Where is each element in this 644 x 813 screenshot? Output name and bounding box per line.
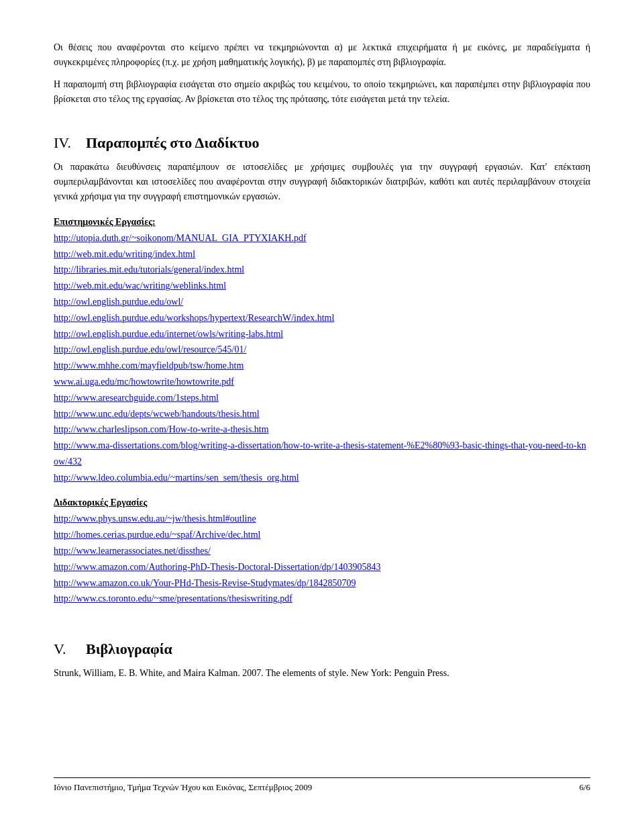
link-11[interactable]: http://www.aresearchguide.com/1steps.htm… <box>54 390 590 406</box>
section4-title: Παραπομπές στο Διαδίκτυο <box>86 134 260 152</box>
section4-body: Οι παρακάτω διευθύνσεις παραπέμπουν σε ι… <box>54 160 590 608</box>
section5-heading: V. Βιβλιογραφία <box>54 640 590 658</box>
epistimonikhes-label: Επιστημονικές Εργασίες: <box>54 217 590 228</box>
footer-left: Ιόνιο Πανεπιστήμιο, Τμήμα Τεχνών Ήχου κα… <box>54 782 312 793</box>
didaktorikes-links-list: http://www.phys.unsw.edu.au/~jw/thesis.h… <box>54 511 590 607</box>
did-link-1[interactable]: http://www.phys.unsw.edu.au/~jw/thesis.h… <box>54 511 590 527</box>
did-link-6[interactable]: http://www.cs.toronto.edu/~sme/presentat… <box>54 591 590 607</box>
page: Οι θέσεις που αναφέρονται στο κείμενο πρ… <box>0 0 644 813</box>
section5-body: Strunk, William, E. B. White, and Maira … <box>54 666 590 681</box>
link-7[interactable]: http://owl.english.purdue.edu/internet/o… <box>54 326 590 342</box>
footer-right: 6/6 <box>579 782 590 793</box>
link-8[interactable]: http://owl.english.purdue.edu/owl/resour… <box>54 342 590 358</box>
intro-paragraph-1: Οι θέσεις που αναφέρονται στο κείμενο πρ… <box>54 40 590 70</box>
did-link-3[interactable]: http://www.learnerassociates.net/dissthe… <box>54 543 590 559</box>
link-12[interactable]: http://www.unc.edu/depts/wcweb/handouts/… <box>54 406 590 422</box>
section4-heading: IV. Παραπομπές στο Διαδίκτυο <box>54 134 590 152</box>
link-5[interactable]: http://owl.english.purdue.edu/owl/ <box>54 294 590 310</box>
did-link-4[interactable]: http://www.amazon.com/Authoring-PhD-Thes… <box>54 559 590 575</box>
link-10[interactable]: www.ai.uga.edu/mc/howtowrite/howtowrite.… <box>54 374 590 390</box>
footer: Ιόνιο Πανεπιστήμιο, Τμήμα Τεχνών Ήχου κα… <box>54 777 590 793</box>
section4-paragraph1: Οι παρακάτω διευθύνσεις παραπέμπουν σε ι… <box>54 160 590 205</box>
didaktorikes-label: Διδακτορικές Εργασίες <box>54 497 590 508</box>
did-link-2[interactable]: http://homes.cerias.purdue.edu/~spaf/Arc… <box>54 527 590 543</box>
link-3[interactable]: http://libraries.mit.edu/tutorials/gener… <box>54 262 590 278</box>
link-4[interactable]: http://web.mit.edu/wac/writing/weblinks.… <box>54 278 590 294</box>
did-link-5[interactable]: http://www.amazon.co.uk/Your-PHd-Thesis-… <box>54 575 590 591</box>
section5-title: Βιβλιογραφία <box>86 640 172 658</box>
intro-paragraph-2: Η παραπομπή στη βιβλιογραφία εισάγεται σ… <box>54 77 590 107</box>
link-6[interactable]: http://owl.english.purdue.edu/workshops/… <box>54 310 590 326</box>
epistimonikhes-links-list: http://utopia.duth.gr/~soikonom/MANUAL_G… <box>54 230 590 486</box>
section5-number: V. <box>54 640 74 658</box>
link-14[interactable]: http://www.ma-dissertations.com/blog/wri… <box>54 438 590 470</box>
bibliography-entry-1: Strunk, William, E. B. White, and Maira … <box>54 666 590 681</box>
link-15[interactable]: http://www.ldeo.columbia.edu/~martins/se… <box>54 470 590 486</box>
link-1[interactable]: http://utopia.duth.gr/~soikonom/MANUAL_G… <box>54 230 590 246</box>
link-9[interactable]: http://www.mhhe.com/mayfieldpub/tsw/home… <box>54 358 590 374</box>
link-2[interactable]: http://web.mit.edu/writing/index.html <box>54 246 590 262</box>
section4-number: IV. <box>54 134 74 152</box>
link-13[interactable]: http://www.charleslipson.com/How-to-writ… <box>54 422 590 438</box>
